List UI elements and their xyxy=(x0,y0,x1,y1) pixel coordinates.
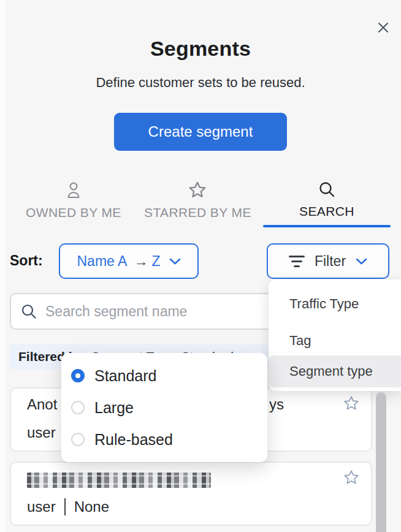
radio-unselected-icon xyxy=(71,401,85,414)
segment-type-popup: Standard Large Rule-based xyxy=(61,353,267,462)
page-title: Segments xyxy=(0,37,401,61)
segment-meta: user None xyxy=(27,498,109,515)
sort-dropdown[interactable]: Name A →Z xyxy=(59,243,199,279)
person-icon xyxy=(66,181,82,200)
active-tab-underline xyxy=(263,225,391,227)
star-toggle-button[interactable] xyxy=(343,469,360,486)
filter-dropdown-menu: Traffic Type Tag Segment type xyxy=(269,279,401,391)
tab-starred-by-me[interactable]: STARRED BY ME xyxy=(144,180,251,220)
filter-lines-icon xyxy=(289,256,305,267)
create-segment-button[interactable]: Create segment xyxy=(114,113,287,151)
search-icon xyxy=(21,303,37,319)
segment-meta: user xyxy=(27,424,56,441)
close-button[interactable] xyxy=(375,20,391,36)
filter-button-label: Filter xyxy=(315,253,346,270)
chevron-down-icon xyxy=(169,258,181,265)
radio-label: Rule-based xyxy=(94,431,173,449)
sort-value: Name A xyxy=(77,253,131,270)
radio-option-rule-based[interactable]: Rule-based xyxy=(71,426,173,453)
segment-meta-type: user xyxy=(27,498,56,515)
menu-item-traffic-type[interactable]: Traffic Type xyxy=(269,288,401,320)
tab-starred-by-me-label: STARRED BY ME xyxy=(144,205,251,220)
search-icon xyxy=(318,180,336,199)
sort-value-suffix: Z xyxy=(151,253,160,270)
radio-label: Standard xyxy=(94,367,156,385)
filter-dropdown-button[interactable]: Filter xyxy=(267,243,389,279)
star-toggle-button[interactable] xyxy=(343,395,360,412)
segment-meta-tag: None xyxy=(74,498,109,515)
radio-unselected-icon xyxy=(71,433,85,446)
tab-search-label: SEARCH xyxy=(299,204,354,219)
star-icon xyxy=(188,180,207,200)
segment-name-fragment-end: ys xyxy=(269,396,284,413)
tab-search[interactable]: SEARCH xyxy=(299,180,354,219)
radio-option-standard[interactable]: Standard xyxy=(71,362,156,389)
menu-item-tag[interactable]: Tag xyxy=(269,325,401,357)
sort-label: Sort: xyxy=(10,253,43,269)
radio-selected-icon xyxy=(71,369,85,382)
chevron-down-icon xyxy=(356,258,367,265)
segment-name-fragment: Anot xyxy=(27,396,57,413)
close-icon xyxy=(378,22,389,33)
radio-label: Large xyxy=(94,399,134,417)
page-subtitle: Define customer sets to be reused. xyxy=(0,75,401,91)
sort-arrow-glyph: → xyxy=(134,253,148,270)
segment-name-redacted xyxy=(27,473,211,488)
menu-item-segment-type[interactable]: Segment type xyxy=(269,355,401,387)
segment-list-item[interactable]: user None xyxy=(10,462,372,526)
tab-owned-by-me[interactable]: OWNED BY ME xyxy=(26,181,121,220)
meta-divider xyxy=(64,498,66,515)
radio-option-large[interactable]: Large xyxy=(71,394,134,421)
tab-owned-by-me-label: OWNED BY ME xyxy=(26,205,121,220)
scrollbar-thumb[interactable] xyxy=(376,392,386,532)
